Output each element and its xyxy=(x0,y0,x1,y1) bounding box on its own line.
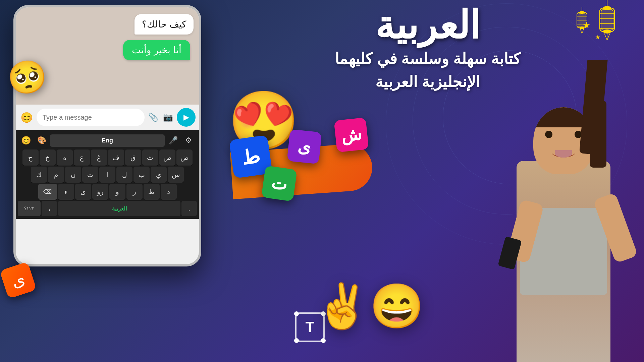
kb-key[interactable]: ز xyxy=(126,184,143,200)
kb-key[interactable]: ت xyxy=(82,167,98,183)
emoji-button[interactable]: 😊 xyxy=(19,110,34,125)
kb-numbers-button[interactable]: ١٢٣؟ xyxy=(18,201,41,216)
kb-emoji-button[interactable]: 😊 xyxy=(19,133,33,147)
kb-key[interactable]: د xyxy=(161,184,177,200)
kb-key[interactable]: ا xyxy=(99,167,115,183)
keyboard-toolbar: 😊 🎨 Eng 🎤 ⚙ xyxy=(17,132,198,149)
kb-key[interactable]: غ xyxy=(91,149,107,166)
kb-key[interactable]: س xyxy=(168,167,184,183)
blue-floating-key: ط xyxy=(229,135,273,179)
peace-emoji: ✌️😄 xyxy=(315,281,424,332)
message-input[interactable] xyxy=(37,109,145,126)
keyboard-area: 😊 🎨 Eng 🎤 ⚙ ح خ ه ع غ ف ق ث ص ض ك م ن ت … xyxy=(16,130,199,219)
kb-key[interactable]: ص xyxy=(159,149,175,166)
kb-key[interactable]: ك xyxy=(31,167,47,183)
pink-floating-key: ش xyxy=(334,117,369,152)
kb-palette-button[interactable]: 🎨 xyxy=(35,133,49,147)
chat-area: كيف حالك؟ أنا بخير وأنت xyxy=(16,7,199,105)
keyboard-row-3: ⌫ ء ى رؤ و ز ظ د xyxy=(17,184,198,200)
kb-key[interactable]: خ xyxy=(40,149,56,166)
kb-backspace[interactable]: ⌫ xyxy=(38,184,57,200)
kb-key[interactable]: ل xyxy=(116,167,132,183)
keyboard-row-1: ح خ ه ع غ ف ق ث ص ض xyxy=(17,149,198,166)
kb-lang-button[interactable]: Eng xyxy=(50,134,165,147)
kb-key[interactable]: ظ xyxy=(144,184,160,200)
kb-mic-button[interactable]: 🎤 xyxy=(166,133,180,147)
kb-key[interactable]: رؤ xyxy=(92,184,108,200)
kb-key[interactable]: م xyxy=(48,167,64,183)
right-content-area: العربية كتابة سهلة وسلسة في كليهما الإنج… xyxy=(211,0,644,362)
kb-key[interactable]: ح xyxy=(22,149,39,166)
kb-key[interactable]: و xyxy=(109,184,125,200)
kb-settings-button[interactable]: ⚙ xyxy=(181,133,196,147)
keyboard-bottom-row: ١٢٣؟ ، العربية . xyxy=(17,201,198,216)
kb-key[interactable]: ه xyxy=(57,149,73,166)
kb-key[interactable]: ع xyxy=(74,149,90,166)
kb-key[interactable]: ي xyxy=(151,167,167,183)
message-input-bar: 😊 📎 📷 ▶ xyxy=(16,105,199,130)
chat-bubble-sent: أنا بخير وأنت xyxy=(123,40,190,60)
green-floating-key: ت xyxy=(261,166,297,201)
kb-key[interactable]: ى xyxy=(75,184,91,200)
heart-eyes-emoji: 😍 xyxy=(228,87,299,154)
kb-key[interactable]: ن xyxy=(65,167,81,183)
kb-comma-key[interactable]: ، xyxy=(42,201,57,216)
purple-floating-key: ى xyxy=(287,129,322,164)
phone-frame: كيف حالك؟ أنا بخير وأنت 😊 📎 📷 ▶ 😊 🎨 Eng … xyxy=(13,5,201,266)
kb-key[interactable]: ء xyxy=(58,184,74,200)
kb-period-key[interactable]: . xyxy=(181,201,197,216)
kb-key[interactable]: ف xyxy=(108,149,124,166)
keyboard-row-2: ك م ن ت ا ل ب ي س xyxy=(17,167,198,183)
send-button[interactable]: ▶ xyxy=(177,108,196,127)
kb-space-button[interactable]: العربية xyxy=(58,201,180,216)
person-area xyxy=(476,60,644,362)
chat-bubble-received: كيف حالك؟ xyxy=(135,14,194,35)
kb-key[interactable]: ث xyxy=(142,149,158,166)
t-icon: T xyxy=(295,312,325,342)
kb-key[interactable]: ض xyxy=(176,149,193,166)
arabic-main-title: العربية xyxy=(211,6,644,45)
swoosh-decoration xyxy=(230,143,374,199)
camera-button[interactable]: 📷 xyxy=(162,111,174,123)
kb-key[interactable]: ب xyxy=(133,167,150,183)
kb-key[interactable]: ق xyxy=(125,149,141,166)
attach-button[interactable]: 📎 xyxy=(147,111,159,123)
